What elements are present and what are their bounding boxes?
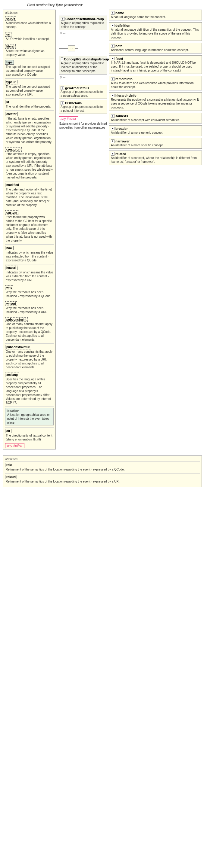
geo-poi-area: + geoAreaDetails A group of properties s… — [59, 85, 107, 114]
concept-relationships-group-box: + ConceptRelationshipsGroup A group of p… — [59, 56, 107, 74]
sameas-label: sameAs — [115, 114, 128, 118]
how-name-box: how — [5, 246, 14, 250]
concept-relationships-group-desc: A group of properties required to indica… — [61, 61, 105, 73]
facet-expand-icon[interactable]: + — [111, 57, 114, 60]
attr-why: why Why the metadata has been included -… — [5, 285, 54, 298]
creator-desc: If the attribute is empty, specifies whi… — [5, 117, 54, 144]
page-title: FlexLocationPropType (extension): — [3, 3, 204, 7]
attr-roleuri: roleuri Refinement of the semantics of t… — [5, 475, 200, 484]
attr-role: role Refinement of the semantics of the … — [5, 463, 200, 471]
hierarchyinfo-desc: Represents the position of a concept in … — [111, 98, 200, 110]
concept-relationships-group-area: + ConceptRelationshipsGroup A group of p… — [59, 56, 107, 79]
schema-container: attributes qcode A qualified code which … — [3, 10, 202, 487]
attr-custom: custom If set to true the property was a… — [5, 210, 54, 243]
geo-area-details-name: geoAreaDetails — [65, 86, 89, 90]
attr-uri: uri A URI which identifies a concept. — [5, 32, 54, 41]
remoteinfo-expand-icon[interactable]: + — [111, 77, 114, 81]
related-expand-icon[interactable]: + — [111, 152, 114, 156]
poi-details-desc: A group of properties specific to a poin… — [60, 105, 105, 113]
hierarchyinfo-expand-icon[interactable]: + — [111, 94, 114, 97]
broader-expand-icon[interactable]: + — [111, 127, 114, 130]
facet-desc: In NAR 1.8 and later, facet is deprecate… — [111, 61, 200, 72]
dir-desc: The directionality of textual content (s… — [5, 434, 54, 441]
concept-rel-multiplicity: 0..∞ — [59, 76, 107, 79]
uri-desc: A URI which identifies a concept. — [5, 37, 54, 41]
right-item-narrower: + narrower An identifier of a more speci… — [109, 138, 202, 149]
concept-rel-expand-icon[interactable]: + — [61, 57, 63, 61]
bottom-attributes-label: attributes — [5, 458, 200, 462]
why-name-box: why — [5, 285, 13, 290]
pubconstrainturi-name-box: pubconstrainturi — [5, 345, 31, 349]
note-desc: Additional natural language information … — [111, 48, 200, 52]
concept-def-expand-icon[interactable]: + — [61, 17, 64, 21]
type-name-box: type — [5, 60, 14, 65]
modified-desc: The date (and, optionally, the time) whe… — [5, 187, 54, 207]
definition-desc: A natural language definition of the sem… — [111, 28, 200, 39]
blank-connector: ···· — [59, 44, 107, 53]
lower-other-desc: Extension point for provider-defined pro… — [59, 122, 107, 129]
poi-details-name: POIDetails — [65, 101, 82, 105]
concept-definition-group-area: + ConceptDefinitionGroup A group of prop… — [59, 16, 107, 35]
attr-creatoruri: creatoruri If the attribute is empty, sp… — [5, 147, 54, 179]
attr-dir: dir The directionality of textual conten… — [5, 429, 54, 441]
related-label: related — [115, 152, 126, 156]
remoteinfo-desc: A link to an item or a web resource whic… — [111, 81, 200, 89]
geo-area-details-box: + geoAreaDetails A group of properties s… — [59, 85, 107, 99]
attr-pubconstraint: pubconstraint One or many constraints th… — [5, 317, 54, 342]
attr-id: id The local identifier of the property. — [5, 100, 54, 108]
attr-how: how Indicates by which means the value w… — [5, 246, 54, 262]
qcode-name-box: qcode — [5, 16, 16, 21]
page: FlexLocationPropType (extension): attrib… — [0, 0, 207, 490]
why-desc: Why the metadata has been included - exp… — [5, 290, 54, 298]
concept-relationships-group-name: ConceptRelationshipsGroup — [64, 57, 109, 61]
attr-modified: modified The date (and, optionally, the … — [5, 183, 54, 207]
sameas-expand-icon[interactable]: + — [111, 114, 114, 118]
any-other-row: any #other — [5, 443, 54, 448]
right-item-remoteinfo: + remoteInfo A link to an item or a web … — [109, 76, 202, 90]
geo-expand-icon[interactable]: + — [60, 86, 64, 90]
facet-label: facet — [115, 57, 123, 60]
modified-name-box: modified — [5, 183, 20, 187]
right-item-hierarchyinfo: + hierarchyInfo Represents the position … — [109, 92, 202, 111]
narrower-desc: An identifier of a more specific concept… — [111, 143, 200, 147]
location-desc: A location (geographical area or point o… — [7, 413, 52, 425]
literal-name-box: literal — [5, 44, 16, 49]
typeuri-name-box: typeuri — [5, 80, 18, 85]
uri-name-box: uri — [5, 32, 11, 37]
attributes-label: attributes — [5, 11, 54, 15]
pubconstrainturi-desc: One or many constraints that apply to pu… — [5, 350, 54, 369]
hierarchyinfo-label: hierarchyInfo — [115, 94, 136, 97]
poi-details-box: + POIDetails A group of properties speci… — [59, 100, 107, 114]
attr-whyuri: whyuri Why the metadata has been include… — [5, 301, 54, 314]
definition-expand-icon[interactable]: + — [111, 24, 114, 27]
definition-label: definition — [115, 24, 130, 27]
type-desc: The type of the concept assigned as cont… — [5, 65, 54, 76]
note-expand-icon[interactable]: + — [111, 44, 114, 48]
creator-name-box: creator — [5, 112, 18, 116]
roleuri-name-box: roleuri — [5, 475, 17, 479]
any-other-badge: any #other — [5, 443, 24, 448]
dir-name-box: dir — [5, 429, 11, 433]
narrower-expand-icon[interactable]: + — [111, 140, 114, 143]
creatoruri-desc: If the attribute is empty, specifies whi… — [5, 152, 54, 179]
attr-location: location A location (geographical area o… — [5, 408, 54, 426]
left-attributes-column: attributes qcode A qualified code which … — [3, 10, 56, 451]
right-concept-items: + name A natural language name for the c… — [109, 10, 202, 165]
attr-typeuri: typeuri The type of the concept assigned… — [5, 80, 54, 96]
narrower-label: narrower — [115, 140, 130, 143]
broader-desc: An identifier of a more generic concept. — [111, 131, 200, 134]
id-name-box: id — [5, 100, 10, 104]
sequence-box: ···· — [68, 45, 75, 51]
right-item-note: + note Additional natural language infor… — [109, 43, 202, 54]
whyuri-name-box: whyuri — [5, 301, 17, 306]
name-expand-icon[interactable]: + — [111, 11, 114, 15]
note-label: note — [115, 44, 122, 48]
poi-expand-icon[interactable]: + — [60, 101, 64, 105]
attr-howuri: howuri Indicates by which means the valu… — [5, 266, 54, 282]
name-desc: A natural language name for the concept. — [111, 15, 200, 19]
broader-label: broader — [115, 127, 128, 130]
related-desc: An identifier of a concept, where the re… — [111, 156, 200, 164]
attributes-section: attributes qcode A qualified code which … — [3, 10, 56, 450]
right-item-name: + name A natural language name for the c… — [109, 10, 202, 21]
typeuri-desc: The type of the concept assigned as cont… — [5, 85, 54, 96]
